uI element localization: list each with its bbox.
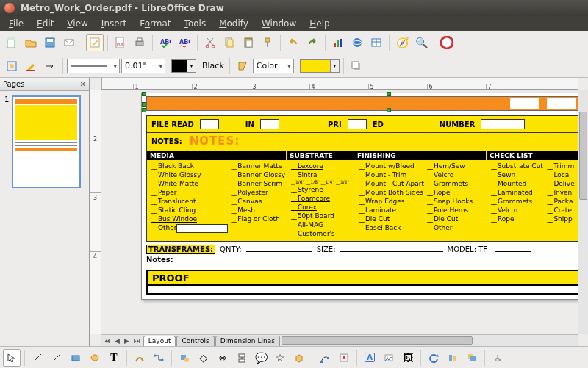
menu-file[interactable]: File bbox=[3, 17, 29, 30]
navigator-button[interactable]: 🧭 bbox=[393, 34, 411, 51]
edit-file-button[interactable] bbox=[86, 34, 104, 51]
redo-button[interactable] bbox=[304, 34, 321, 51]
select-tool-button[interactable] bbox=[3, 349, 21, 367]
layer-tab-controls[interactable]: Controls bbox=[176, 336, 214, 346]
menu-tools[interactable]: Tools bbox=[179, 17, 212, 30]
svg-point-28 bbox=[10, 64, 14, 68]
layer-tab-dimension[interactable]: Dimension Lines bbox=[215, 336, 280, 346]
menu-format[interactable]: Format bbox=[134, 17, 176, 30]
format-paintbrush-button[interactable] bbox=[259, 34, 276, 51]
block-arrows-button[interactable]: ⬄ bbox=[214, 349, 232, 367]
table-button[interactable] bbox=[368, 34, 385, 51]
cut-button[interactable] bbox=[201, 34, 219, 51]
zoom-button[interactable]: 🔍 bbox=[412, 34, 430, 51]
line-tool-button[interactable] bbox=[29, 349, 46, 367]
vertical-scrollbar[interactable] bbox=[578, 90, 588, 334]
paste-button[interactable] bbox=[240, 34, 257, 51]
fill-color-swatch[interactable]: ▾ bbox=[300, 59, 340, 73]
menu-modify[interactable]: Modify bbox=[213, 17, 254, 30]
save-button[interactable] bbox=[41, 34, 59, 51]
tab-nav-last-icon[interactable]: ⏭ bbox=[132, 337, 143, 344]
flowchart-button[interactable] bbox=[233, 349, 251, 367]
menu-edit[interactable]: Edit bbox=[31, 17, 60, 30]
drawing-toolbar: T ◇ ⬄ 💬 ☆ A 🖼 bbox=[0, 346, 588, 368]
svg-rect-20 bbox=[334, 43, 336, 47]
svg-point-36 bbox=[91, 355, 98, 361]
stars-button[interactable]: ☆ bbox=[271, 349, 289, 367]
callouts-button[interactable]: 💬 bbox=[252, 349, 270, 367]
pages-panel-close-icon[interactable]: ✕ bbox=[80, 80, 86, 88]
email-button[interactable] bbox=[60, 34, 78, 51]
doc-notes2[interactable]: Notes: bbox=[146, 256, 578, 264]
arrow-style-button[interactable] bbox=[41, 57, 59, 75]
shadow-button[interactable] bbox=[348, 57, 365, 75]
alignment-button[interactable] bbox=[444, 349, 462, 367]
new-doc-button[interactable] bbox=[3, 34, 21, 51]
tab-nav-next-icon[interactable]: ▶ bbox=[122, 337, 132, 344]
print-button[interactable] bbox=[131, 34, 148, 51]
fill-mode-combo[interactable]: Color bbox=[253, 59, 294, 73]
export-pdf-button[interactable]: PDF bbox=[112, 34, 129, 51]
doc-transframes-row[interactable]: TRANSFRAMES: QNTY: SIZE: MODEL: TF- bbox=[146, 245, 578, 254]
menu-help[interactable]: Help bbox=[304, 17, 335, 30]
gallery-button[interactable]: 🖼 bbox=[399, 349, 417, 367]
arrange-button[interactable] bbox=[463, 349, 481, 367]
doc-proof-section[interactable]: PROOF bbox=[146, 270, 578, 295]
connector-tool-button[interactable] bbox=[150, 349, 168, 367]
menu-view[interactable]: View bbox=[61, 17, 93, 30]
copy-button[interactable] bbox=[220, 34, 238, 51]
layer-tab-layout[interactable]: Layout bbox=[143, 336, 176, 346]
rotate-button[interactable] bbox=[425, 349, 442, 367]
close-window-button[interactable] bbox=[4, 3, 15, 13]
svg-point-26 bbox=[441, 37, 453, 48]
glue-points-button[interactable] bbox=[335, 349, 353, 367]
extrusion-button[interactable] bbox=[489, 349, 506, 367]
menubar: File Edit View Insert Format Tools Modif… bbox=[0, 16, 588, 31]
area-button[interactable] bbox=[234, 57, 251, 75]
line-color-picker-button[interactable] bbox=[22, 57, 40, 75]
svg-text:ABC: ABC bbox=[179, 39, 190, 46]
doc-sections[interactable]: MEDIA Black Back White Glossy White Matt… bbox=[146, 151, 578, 242]
menu-window[interactable]: Window bbox=[256, 17, 302, 30]
line-width-combo[interactable]: 0.01" bbox=[121, 59, 165, 73]
page-view[interactable]: FILE READ IN PRIED NUMBER NOTES: NOTES: … bbox=[101, 90, 578, 334]
doc-file-row[interactable]: FILE READ IN PRIED NUMBER bbox=[146, 115, 578, 133]
curve-tool-button[interactable] bbox=[131, 349, 148, 367]
ellipse-tool-button[interactable] bbox=[86, 349, 104, 367]
svg-rect-45 bbox=[327, 357, 329, 359]
edit-points-button[interactable] bbox=[316, 349, 334, 367]
spellcheck-button[interactable]: ABC bbox=[157, 34, 174, 51]
chart-button[interactable] bbox=[329, 34, 347, 51]
window-titlebar: Metro_Work_Order.pdf - LibreOffice Draw bbox=[0, 0, 588, 16]
symbol-shapes-button[interactable]: ◇ bbox=[195, 349, 212, 367]
arrow-tool-button[interactable] bbox=[48, 349, 65, 367]
text-tool-button[interactable]: T bbox=[105, 349, 123, 367]
tab-nav-prev-icon[interactable]: ◀ bbox=[112, 337, 122, 344]
svg-line-33 bbox=[34, 354, 41, 361]
svg-rect-44 bbox=[320, 361, 323, 363]
vertical-ruler[interactable]: 2 3 4 bbox=[90, 90, 101, 334]
page-thumbnail[interactable] bbox=[12, 95, 81, 188]
3d-objects-button[interactable] bbox=[290, 349, 308, 367]
open-button[interactable] bbox=[22, 34, 40, 51]
svg-rect-32 bbox=[352, 62, 359, 68]
document-page[interactable]: FILE READ IN PRIED NUMBER NOTES: NOTES: … bbox=[141, 93, 578, 300]
line-color-swatch[interactable]: ▾ bbox=[171, 59, 196, 73]
horizontal-scrollbar[interactable] bbox=[282, 336, 576, 345]
menu-insert[interactable]: Insert bbox=[96, 17, 132, 30]
svg-rect-15 bbox=[227, 40, 233, 47]
fontwork-button[interactable]: A bbox=[361, 349, 379, 367]
horizontal-ruler[interactable]: 1234567 bbox=[101, 78, 578, 90]
undo-button[interactable] bbox=[284, 34, 302, 51]
line-style-combo[interactable] bbox=[67, 59, 120, 73]
rectangle-tool-button[interactable] bbox=[67, 349, 85, 367]
basic-shapes-button[interactable] bbox=[176, 349, 193, 367]
help-button[interactable] bbox=[438, 34, 456, 51]
hyperlink-button[interactable] bbox=[348, 34, 366, 51]
doc-orange-header[interactable] bbox=[146, 96, 578, 111]
tab-nav-first-icon[interactable]: ⏮ bbox=[101, 337, 112, 344]
doc-notes-row[interactable]: NOTES: NOTES: bbox=[146, 133, 578, 151]
from-file-button[interactable] bbox=[380, 349, 398, 367]
show-draw-functions-button[interactable] bbox=[3, 57, 21, 75]
auto-spellcheck-button[interactable]: ABC bbox=[176, 34, 193, 51]
